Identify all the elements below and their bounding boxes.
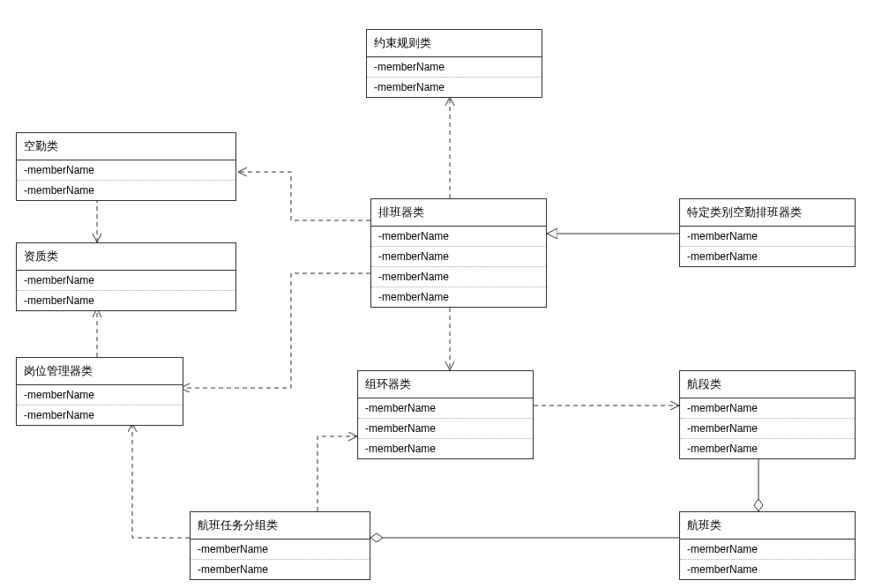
class-member: -memberName	[17, 406, 183, 425]
class-member: -memberName	[17, 160, 235, 181]
class-title: 空勤类	[17, 133, 235, 160]
class-member: -memberName	[358, 419, 533, 439]
edge-taskgroup-positionmgr	[132, 423, 190, 538]
class-member: -memberName	[367, 57, 542, 78]
class-title: 排班器类	[371, 199, 546, 227]
class-member: -memberName	[680, 398, 855, 419]
class-qualification: 资质类 -memberName -memberName	[16, 242, 236, 311]
class-title: 航段类	[680, 371, 855, 398]
class-member: -memberName	[17, 271, 235, 291]
class-member: -memberName	[17, 181, 235, 200]
class-member: -memberName	[17, 385, 183, 406]
class-group-ring: 组环器类 -memberName -memberName -memberName	[357, 370, 534, 459]
class-title: 资质类	[17, 243, 235, 271]
class-member: -memberName	[680, 540, 855, 560]
class-member: -memberName	[680, 560, 855, 579]
class-member: -memberName	[367, 78, 542, 97]
class-member: -memberName	[358, 439, 533, 458]
edge-taskgroup-groupring	[318, 436, 357, 511]
class-aircrew: 空勤类 -memberName -memberName	[16, 132, 236, 201]
class-title: 约束规则类	[367, 30, 542, 57]
class-member: -memberName	[680, 247, 855, 266]
class-member: -memberName	[371, 247, 546, 267]
class-constraint-rule: 约束规则类 -memberName -memberName	[366, 29, 542, 98]
class-member: -memberName	[680, 419, 855, 439]
class-member: -memberName	[191, 540, 370, 560]
class-title: 航班类	[680, 512, 855, 540]
class-member: -memberName	[17, 291, 235, 310]
class-member: -memberName	[680, 227, 855, 247]
class-member: -memberName	[358, 398, 533, 419]
class-title: 航班任务分组类	[191, 512, 370, 540]
class-specific-scheduler: 特定类别空勤排班器类 -memberName -memberName	[679, 198, 856, 267]
class-member: -memberName	[191, 560, 370, 579]
class-title: 岗位管理器类	[17, 358, 183, 385]
class-member: -memberName	[371, 287, 546, 307]
class-flight-task-group: 航班任务分组类 -memberName -memberName	[190, 511, 370, 580]
class-segment: 航段类 -memberName -memberName -memberName	[679, 370, 856, 459]
class-member: -memberName	[371, 227, 546, 247]
class-member: -memberName	[371, 267, 546, 287]
edge-scheduler-aircrew	[238, 172, 370, 220]
class-position-manager: 岗位管理器类 -memberName -memberName	[16, 357, 183, 426]
class-title: 组环器类	[358, 371, 533, 398]
class-member: -memberName	[680, 439, 855, 458]
class-title: 特定类别空勤排班器类	[680, 199, 855, 227]
class-flight: 航班类 -memberName -memberName	[679, 511, 856, 580]
class-scheduler: 排班器类 -memberName -memberName -memberName…	[370, 198, 547, 308]
